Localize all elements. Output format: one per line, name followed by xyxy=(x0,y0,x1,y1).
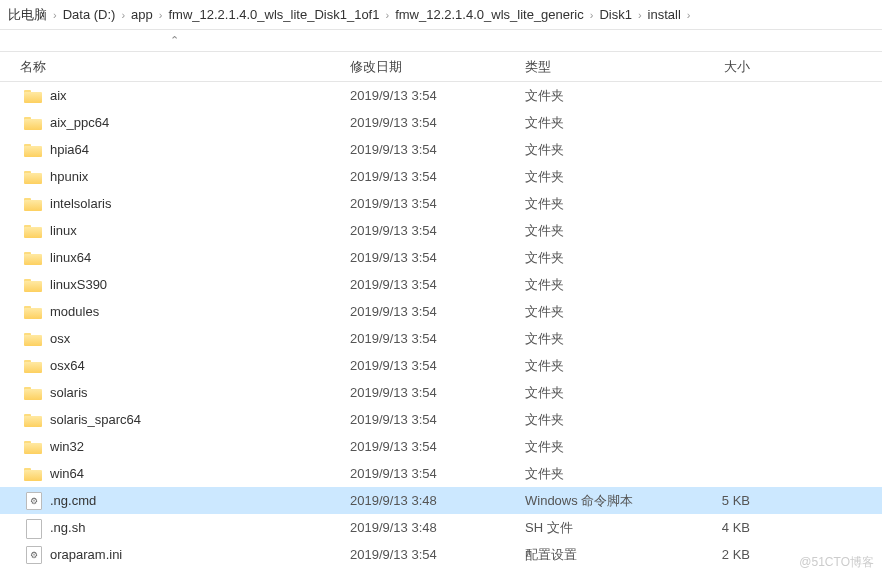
file-type: 文件夹 xyxy=(525,222,680,240)
folder-icon xyxy=(24,142,42,157)
file-row[interactable]: aix_ppc642019/9/13 3:54文件夹 xyxy=(0,109,882,136)
file-date: 2019/9/13 3:54 xyxy=(350,358,525,373)
file-name-cell: linux64 xyxy=(0,250,350,265)
toolbar: ⌃ xyxy=(0,30,882,52)
file-row[interactable]: solaris_sparc642019/9/13 3:54文件夹 xyxy=(0,406,882,433)
breadcrumb-item[interactable]: fmw_12.2.1.4.0_wls_lite_generic xyxy=(391,7,588,22)
file-date: 2019/9/13 3:54 xyxy=(350,223,525,238)
file-size: 4 KB xyxy=(680,520,780,535)
file-row[interactable]: intelsolaris2019/9/13 3:54文件夹 xyxy=(0,190,882,217)
file-name: .ng.cmd xyxy=(50,493,96,508)
file-date: 2019/9/13 3:54 xyxy=(350,88,525,103)
breadcrumb-item[interactable]: install xyxy=(644,7,685,22)
chevron-right-icon: › xyxy=(51,9,59,21)
file-date: 2019/9/13 3:54 xyxy=(350,115,525,130)
breadcrumb-item[interactable]: Data (D:) xyxy=(59,7,120,22)
file-name-cell: aix xyxy=(0,88,350,103)
folder-icon xyxy=(24,385,42,400)
folder-icon xyxy=(24,223,42,238)
column-header-size[interactable]: 大小 xyxy=(680,58,780,76)
file-date: 2019/9/13 3:54 xyxy=(350,169,525,184)
file-row[interactable]: linux2019/9/13 3:54文件夹 xyxy=(0,217,882,244)
file-name-cell: osx xyxy=(0,331,350,346)
folder-icon xyxy=(24,250,42,265)
file-row[interactable]: osx642019/9/13 3:54文件夹 xyxy=(0,352,882,379)
file-type: 文件夹 xyxy=(525,438,680,456)
column-header-name[interactable]: 名称 xyxy=(0,58,350,76)
folder-icon xyxy=(24,277,42,292)
file-date: 2019/9/13 3:54 xyxy=(350,385,525,400)
breadcrumb-item[interactable]: 比电脑 xyxy=(4,6,51,24)
folder-icon xyxy=(24,439,42,454)
file-name: win64 xyxy=(50,466,84,481)
file-name-cell: .ng.sh xyxy=(0,518,350,538)
chevron-right-icon: › xyxy=(588,9,596,21)
file-name: intelsolaris xyxy=(50,196,111,211)
folder-icon xyxy=(24,169,42,184)
file-size: 5 KB xyxy=(680,493,780,508)
ini-file-icon xyxy=(24,546,42,564)
file-type: 文件夹 xyxy=(525,357,680,375)
file-name: aix xyxy=(50,88,67,103)
file-name-cell: solaris_sparc64 xyxy=(0,412,350,427)
file-name-cell: modules xyxy=(0,304,350,319)
file-name-cell: osx64 xyxy=(0,358,350,373)
file-name: osx xyxy=(50,331,70,346)
file-row[interactable]: oraparam.ini2019/9/13 3:54配置设置2 KB xyxy=(0,541,882,568)
chevron-right-icon: › xyxy=(157,9,165,21)
folder-icon xyxy=(24,88,42,103)
file-name-cell: win64 xyxy=(0,466,350,481)
file-row[interactable]: .ng.cmd2019/9/13 3:48Windows 命令脚本5 KB xyxy=(0,487,882,514)
file-name: linux64 xyxy=(50,250,91,265)
breadcrumb-item[interactable]: fmw_12.2.1.4.0_wls_lite_Disk1_1of1 xyxy=(164,7,383,22)
file-row[interactable]: win642019/9/13 3:54文件夹 xyxy=(0,460,882,487)
folder-icon xyxy=(24,196,42,211)
file-date: 2019/9/13 3:54 xyxy=(350,142,525,157)
file-name-cell: linux xyxy=(0,223,350,238)
file-name: oraparam.ini xyxy=(50,547,122,562)
file-row[interactable]: linux642019/9/13 3:54文件夹 xyxy=(0,244,882,271)
file-row[interactable]: solaris2019/9/13 3:54文件夹 xyxy=(0,379,882,406)
file-name-cell: solaris xyxy=(0,385,350,400)
file-date: 2019/9/13 3:54 xyxy=(350,196,525,211)
file-name: hpia64 xyxy=(50,142,89,157)
file-type: Windows 命令脚本 xyxy=(525,492,680,510)
file-type: 文件夹 xyxy=(525,87,680,105)
file-name-cell: win32 xyxy=(0,439,350,454)
file-name: modules xyxy=(50,304,99,319)
file-row[interactable]: modules2019/9/13 3:54文件夹 xyxy=(0,298,882,325)
file-date: 2019/9/13 3:48 xyxy=(350,520,525,535)
file-name-cell: aix_ppc64 xyxy=(0,115,350,130)
file-type: 文件夹 xyxy=(525,384,680,402)
file-date: 2019/9/13 3:54 xyxy=(350,250,525,265)
file-type: 文件夹 xyxy=(525,411,680,429)
sort-indicator-icon: ⌃ xyxy=(170,34,179,47)
file-row[interactable]: aix2019/9/13 3:54文件夹 xyxy=(0,82,882,109)
file-date: 2019/9/13 3:54 xyxy=(350,439,525,454)
breadcrumb-item[interactable]: Disk1 xyxy=(595,7,636,22)
file-row[interactable]: hpia642019/9/13 3:54文件夹 xyxy=(0,136,882,163)
file-date: 2019/9/13 3:54 xyxy=(350,412,525,427)
file-date: 2019/9/13 3:54 xyxy=(350,331,525,346)
file-row[interactable]: linuxS3902019/9/13 3:54文件夹 xyxy=(0,271,882,298)
cmd-file-icon xyxy=(24,492,42,510)
file-name: solaris_sparc64 xyxy=(50,412,141,427)
folder-icon xyxy=(24,466,42,481)
file-type: 文件夹 xyxy=(525,249,680,267)
file-date: 2019/9/13 3:54 xyxy=(350,547,525,562)
file-date: 2019/9/13 3:48 xyxy=(350,493,525,508)
file-name-cell: hpia64 xyxy=(0,142,350,157)
file-type: 文件夹 xyxy=(525,114,680,132)
file-date: 2019/9/13 3:54 xyxy=(350,277,525,292)
breadcrumb-item[interactable]: app xyxy=(127,7,157,22)
file-row[interactable]: .ng.sh2019/9/13 3:48SH 文件4 KB xyxy=(0,514,882,541)
file-name: osx64 xyxy=(50,358,85,373)
column-header-date[interactable]: 修改日期 xyxy=(350,58,525,76)
column-header-type[interactable]: 类型 xyxy=(525,58,680,76)
file-name-cell: intelsolaris xyxy=(0,196,350,211)
folder-icon xyxy=(24,412,42,427)
file-row[interactable]: hpunix2019/9/13 3:54文件夹 xyxy=(0,163,882,190)
file-row[interactable]: osx2019/9/13 3:54文件夹 xyxy=(0,325,882,352)
file-type: 文件夹 xyxy=(525,465,680,483)
file-row[interactable]: win322019/9/13 3:54文件夹 xyxy=(0,433,882,460)
